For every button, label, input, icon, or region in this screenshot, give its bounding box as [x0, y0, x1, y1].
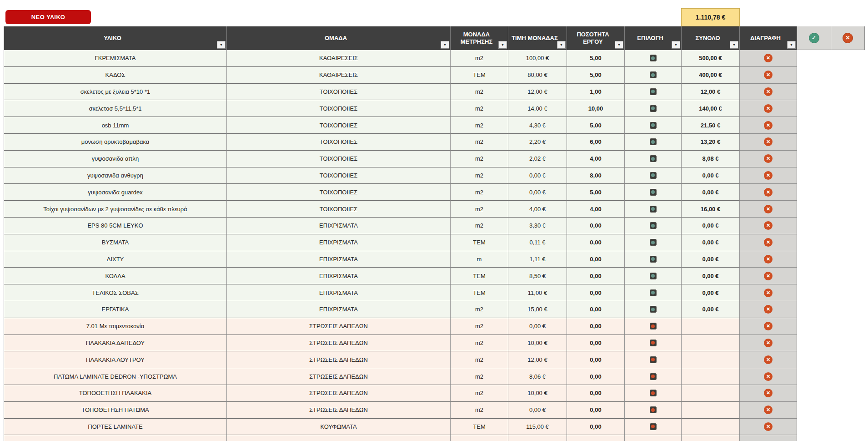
row-select-checkbox[interactable] — [650, 105, 657, 112]
group-cell: ΣΤΡΩΣΕΙΣ ΔΑΠΕΔΩΝ — [227, 402, 451, 419]
x-circle-icon[interactable]: ✕ — [843, 33, 853, 43]
filter-dropdown-icon[interactable]: ▼ — [217, 41, 226, 49]
row-select-checkbox[interactable] — [650, 306, 657, 313]
row-select-checkbox[interactable] — [650, 273, 657, 279]
row-delete-button[interactable]: ✕ — [764, 289, 773, 297]
row-delete-button[interactable]: ✕ — [764, 355, 773, 364]
row-select-checkbox[interactable] — [650, 155, 657, 162]
row-delete-button[interactable]: ✕ — [764, 71, 773, 79]
row-delete-button[interactable]: ✕ — [764, 339, 773, 347]
table-row-partial — [4, 435, 865, 441]
row-select-checkbox[interactable] — [650, 239, 657, 246]
row-delete-button[interactable]: ✕ — [764, 322, 773, 330]
quantity-cell[interactable]: 1,00 — [567, 84, 625, 101]
row-delete-button[interactable]: ✕ — [764, 154, 773, 163]
row-delete-button[interactable]: ✕ — [764, 87, 773, 96]
quantity-cell[interactable]: 0,00 — [567, 419, 625, 436]
quantity-cell[interactable]: 0,00 — [567, 284, 625, 301]
row-delete-button[interactable]: ✕ — [764, 255, 773, 264]
row-select-checkbox[interactable] — [650, 356, 657, 363]
quantity-cell[interactable]: 0,00 — [567, 251, 625, 268]
row-delete-button[interactable]: ✕ — [764, 422, 773, 431]
quantity-cell[interactable]: 0,00 — [567, 402, 625, 419]
quantity-cell[interactable]: 0,00 — [567, 351, 625, 368]
quantity-cell[interactable]: 6,00 — [567, 134, 625, 151]
unit-cell: m2 — [451, 167, 508, 184]
row-delete-button[interactable]: ✕ — [764, 54, 773, 62]
filter-dropdown-icon[interactable]: ▼ — [787, 41, 796, 49]
delete-cell: ✕ — [740, 184, 797, 201]
quantity-cell[interactable]: 0,00 — [567, 301, 625, 318]
row-delete-button[interactable]: ✕ — [764, 121, 773, 130]
quantity-cell[interactable]: 4,00 — [567, 151, 625, 167]
selection-cell — [625, 167, 682, 184]
total-cell — [682, 318, 740, 335]
filter-dropdown-icon[interactable]: ▼ — [441, 41, 449, 49]
quantity-cell[interactable]: 0,00 — [567, 318, 625, 335]
unit-cell: m2 — [451, 335, 508, 352]
quantity-cell[interactable]: 0,00 — [567, 368, 625, 385]
filter-dropdown-icon[interactable]: ▼ — [615, 41, 623, 49]
row-select-checkbox[interactable] — [650, 373, 657, 380]
row-select-checkbox[interactable] — [650, 222, 657, 229]
new-material-button[interactable]: ΝΕΟ ΥΛΙΚΟ — [5, 10, 91, 24]
selection-cell — [625, 134, 682, 151]
row-select-checkbox[interactable] — [650, 88, 657, 95]
row-select-checkbox[interactable] — [650, 189, 657, 196]
quantity-cell[interactable]: 0,00 — [567, 335, 625, 352]
row-select-checkbox[interactable] — [650, 206, 657, 213]
delete-cell: ✕ — [740, 251, 797, 268]
material-cell: ΚΑΔΟΣ — [4, 67, 227, 84]
row-delete-button[interactable]: ✕ — [764, 406, 773, 414]
row-select-checkbox[interactable] — [650, 323, 657, 329]
row-delete-button[interactable]: ✕ — [764, 305, 773, 314]
row-delete-button[interactable]: ✕ — [764, 205, 773, 213]
quantity-cell[interactable]: 5,00 — [567, 50, 625, 67]
table-row: σκελετοσ 5,5*11,5*1ΤΟΙΧΟΠΟΙΙΕΣm214,00 €1… — [4, 100, 865, 117]
row-delete-button[interactable]: ✕ — [764, 104, 773, 113]
row-delete-button[interactable]: ✕ — [764, 188, 773, 197]
row-delete-button[interactable]: ✕ — [764, 372, 773, 381]
quantity-cell[interactable]: 0,00 — [567, 268, 625, 284]
filter-dropdown-icon[interactable]: ▼ — [672, 41, 680, 49]
row-select-checkbox[interactable] — [650, 423, 657, 430]
selection-cell — [625, 301, 682, 318]
check-circle-icon[interactable]: ✓ — [809, 33, 819, 43]
quantity-cell[interactable]: 8,00 — [567, 167, 625, 184]
row-select-checkbox[interactable] — [650, 340, 657, 346]
filter-dropdown-icon[interactable]: ▼ — [557, 41, 566, 49]
row-select-checkbox[interactable] — [650, 55, 657, 61]
total-cell: 0,00 € — [682, 167, 740, 184]
row-select-checkbox[interactable] — [650, 138, 657, 145]
row-select-checkbox[interactable] — [650, 406, 657, 413]
filter-dropdown-icon[interactable]: ▼ — [498, 41, 507, 49]
material-cell: γυψοσανιδα ανθυγρη — [4, 167, 227, 184]
quantity-cell[interactable]: 10,00 — [567, 100, 625, 117]
quantity-cell[interactable]: 4,00 — [567, 201, 625, 218]
delete-cell: ✕ — [740, 284, 797, 301]
quantity-cell[interactable]: 0,00 — [567, 234, 625, 251]
unit-cell: m2 — [451, 184, 508, 201]
filter-dropdown-icon[interactable]: ▼ — [730, 41, 738, 49]
row-delete-button[interactable]: ✕ — [764, 389, 773, 397]
row-delete-button[interactable]: ✕ — [764, 137, 773, 146]
row-delete-button[interactable]: ✕ — [764, 238, 773, 247]
selected-dot-icon — [651, 123, 655, 127]
row-delete-button[interactable]: ✕ — [764, 272, 773, 280]
row-select-checkbox[interactable] — [650, 71, 657, 78]
unit-price-cell: 0,00 € — [508, 402, 567, 419]
row-delete-button[interactable]: ✕ — [764, 171, 773, 180]
row-select-checkbox[interactable] — [650, 122, 657, 129]
quantity-cell[interactable]: 0,00 — [567, 385, 625, 402]
row-select-checkbox[interactable] — [650, 172, 657, 179]
quantity-cell[interactable]: 0,00 — [567, 218, 625, 234]
row-select-checkbox[interactable] — [650, 289, 657, 296]
row-select-checkbox[interactable] — [650, 256, 657, 263]
quantity-cell[interactable]: 5,00 — [567, 67, 625, 84]
row-delete-button[interactable]: ✕ — [764, 221, 773, 230]
group-cell: ΚΑΘΑΙΡΕΣΕΙΣ — [227, 67, 451, 84]
quantity-cell[interactable]: 5,00 — [567, 184, 625, 201]
row-select-checkbox[interactable] — [650, 390, 657, 396]
quantity-cell[interactable]: 5,00 — [567, 117, 625, 134]
total-cell: 140,00 € — [682, 100, 740, 117]
